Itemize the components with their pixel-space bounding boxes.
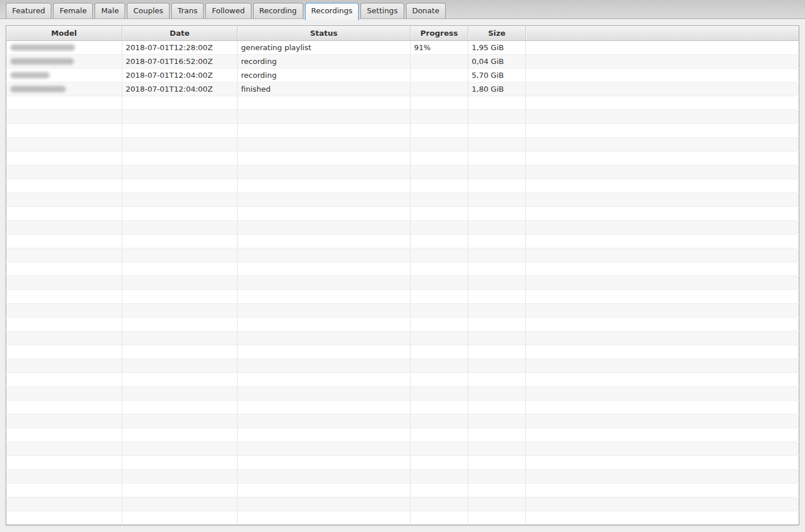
empty-cell <box>6 207 122 221</box>
empty-cell <box>468 484 526 497</box>
empty-cell <box>6 470 122 484</box>
tab-couples[interactable]: Couples <box>127 3 170 18</box>
empty-cell <box>122 345 238 359</box>
empty-cell <box>122 456 238 470</box>
empty-cell <box>411 442 468 456</box>
empty-cell <box>526 401 799 414</box>
table-row[interactable]: 2018-07-01T12:04:00Zfinished1,80 GiB <box>6 82 799 96</box>
empty-cell <box>238 276 411 290</box>
empty-cell <box>6 401 122 414</box>
empty-cell <box>122 179 238 193</box>
column-header-status[interactable]: Status <box>238 26 411 41</box>
empty-cell <box>526 124 799 138</box>
empty-cell <box>468 456 526 470</box>
empty-cell <box>468 262 526 276</box>
empty-cell <box>526 179 799 193</box>
empty-cell <box>411 152 468 165</box>
empty-cell <box>122 276 238 290</box>
empty-cell <box>468 331 526 345</box>
empty-cell <box>411 262 468 276</box>
empty-table-row <box>6 442 799 456</box>
cell-status: recording <box>238 69 411 82</box>
cell-model <box>6 82 122 96</box>
empty-cell <box>238 290 411 304</box>
empty-cell <box>526 221 799 235</box>
empty-cell <box>6 456 122 470</box>
tab-male[interactable]: Male <box>95 3 125 18</box>
empty-cell <box>468 248 526 262</box>
empty-cell <box>411 414 468 428</box>
tab-trans[interactable]: Trans <box>171 3 204 18</box>
empty-cell <box>122 193 238 207</box>
empty-cell <box>238 456 411 470</box>
tab-recordings[interactable]: Recordings <box>305 3 359 20</box>
empty-cell <box>468 414 526 428</box>
tab-settings[interactable]: Settings <box>360 3 404 18</box>
empty-cell <box>6 318 122 331</box>
empty-cell <box>122 511 238 525</box>
empty-cell <box>122 428 238 442</box>
empty-cell <box>6 110 122 124</box>
tab-recording[interactable]: Recording <box>253 3 303 18</box>
cell-size: 1,80 GiB <box>468 82 526 96</box>
empty-cell <box>468 511 526 525</box>
empty-cell <box>6 179 122 193</box>
empty-table-row <box>6 138 799 152</box>
empty-cell <box>238 470 411 484</box>
empty-cell <box>468 221 526 235</box>
empty-cell <box>6 165 122 179</box>
empty-table-row <box>6 248 799 262</box>
empty-table-row <box>6 124 799 138</box>
empty-cell <box>238 511 411 525</box>
empty-table-row <box>6 345 799 359</box>
column-header-model[interactable]: Model <box>6 26 122 41</box>
empty-cell <box>526 290 799 304</box>
table-row[interactable]: 2018-07-01T12:04:00Zrecording5,70 GiB <box>6 69 799 82</box>
table-row[interactable]: 2018-07-01T16:52:00Zrecording0,04 GiB <box>6 55 799 69</box>
cell-model <box>6 41 122 55</box>
column-header-size[interactable]: Size <box>468 26 526 41</box>
empty-cell <box>411 207 468 221</box>
empty-cell <box>411 221 468 235</box>
empty-cell <box>122 373 238 387</box>
empty-cell <box>238 414 411 428</box>
empty-table-row <box>6 456 799 470</box>
cell-status: finished <box>238 82 411 96</box>
empty-cell <box>122 442 238 456</box>
empty-cell <box>411 110 468 124</box>
empty-cell <box>238 221 411 235</box>
tab-bar: FeaturedFemaleMaleCouplesTransFollowedRe… <box>0 0 805 19</box>
empty-cell <box>122 497 238 511</box>
empty-cell <box>411 373 468 387</box>
tab-donate[interactable]: Donate <box>406 3 446 18</box>
column-header-progress[interactable]: Progress <box>411 26 468 41</box>
empty-table-row <box>6 110 799 124</box>
empty-cell <box>6 290 122 304</box>
empty-cell <box>526 511 799 525</box>
tab-female[interactable]: Female <box>53 3 93 18</box>
empty-cell <box>411 456 468 470</box>
empty-cell <box>6 304 122 318</box>
recordings-panel: ModelDateStatusProgressSize 2018-07-01T1… <box>0 19 805 532</box>
empty-table-row <box>6 484 799 497</box>
empty-cell <box>468 165 526 179</box>
empty-cell <box>238 248 411 262</box>
empty-cell <box>468 401 526 414</box>
empty-cell <box>122 96 238 110</box>
empty-cell <box>238 262 411 276</box>
empty-cell <box>526 193 799 207</box>
column-header-date[interactable]: Date <box>122 26 238 41</box>
empty-cell <box>411 290 468 304</box>
empty-table-row <box>6 235 799 248</box>
empty-cell <box>468 179 526 193</box>
tab-featured[interactable]: Featured <box>6 3 51 18</box>
empty-cell <box>122 235 238 248</box>
empty-cell <box>526 304 799 318</box>
tab-followed[interactable]: Followed <box>205 3 251 18</box>
empty-cell <box>122 470 238 484</box>
table-row[interactable]: 2018-07-01T12:28:00Zgenerating playlist9… <box>6 41 799 55</box>
empty-cell <box>526 387 799 401</box>
empty-cell <box>238 179 411 193</box>
redacted-model-name <box>10 72 50 78</box>
empty-cell <box>122 221 238 235</box>
